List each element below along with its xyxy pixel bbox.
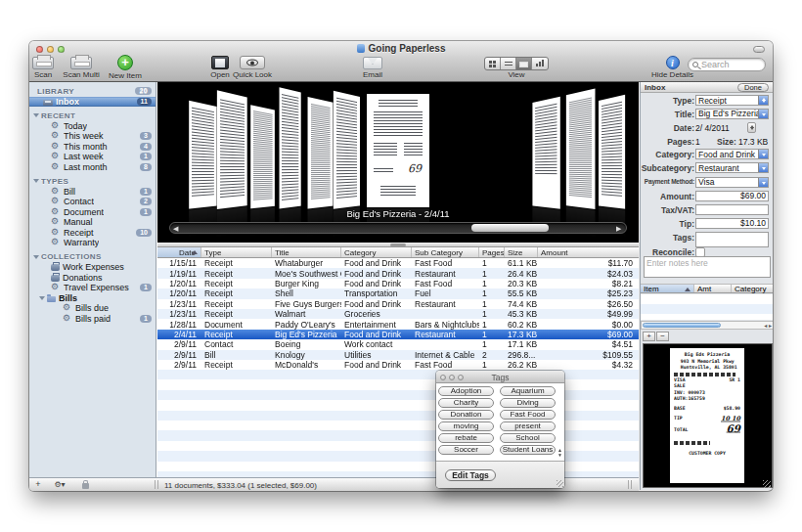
table-row[interactable]: 2/9/11 Receipt McDonald's Food and Drink…	[157, 360, 639, 370]
sidebar-item[interactable]: Bills	[29, 293, 156, 304]
table-row[interactable]: 1/20/11 Receipt Shell Transportation Fue…	[157, 288, 639, 298]
table-row[interactable]: 2/4/11 Receipt Big Ed's Pizzeria Food an…	[157, 330, 639, 339]
tag-pill[interactable]: rebate	[438, 433, 494, 443]
sidebar-item[interactable]: Warranty	[29, 238, 156, 248]
disclosure-triangle-icon[interactable]	[39, 296, 45, 300]
coverflow-scrollbar[interactable]: ◀ ▶	[169, 222, 627, 234]
scroll-left-icon[interactable]: ◀	[173, 225, 180, 232]
sidebar-item[interactable]: This week 3	[29, 131, 156, 142]
table-row[interactable]: 1/19/11 Receipt Moe's Southwest Grill Fo…	[157, 268, 639, 278]
tag-pill[interactable]: Adoption	[438, 386, 494, 396]
items-scroll-thumb[interactable]	[643, 323, 721, 328]
column-header-date[interactable]: Date	[157, 247, 201, 257]
disclosure-triangle-icon[interactable]	[33, 179, 39, 183]
amount-field[interactable]: $69.00	[695, 191, 769, 201]
view-grid-segment[interactable]	[485, 58, 501, 69]
notes-field[interactable]: Enter notes here	[644, 256, 771, 278]
lock-icon[interactable]	[82, 483, 89, 489]
add-button[interactable]: +	[31, 479, 45, 490]
column-header-category[interactable]: Category	[341, 247, 412, 257]
date-value[interactable]: 2/ 4/2011	[695, 123, 730, 133]
tag-pill[interactable]: present	[500, 421, 556, 431]
sidebar-item[interactable]: LIBRARY 20	[29, 86, 156, 97]
coverflow-item-selected[interactable]: 69	[367, 94, 429, 242]
action-gear-button[interactable]: ⚙▾	[53, 479, 67, 490]
coverflow-item[interactable]	[280, 87, 301, 243]
sidebar-item[interactable]: Manual	[29, 217, 156, 228]
sidebar-item[interactable]: COLLECTIONS	[29, 252, 156, 263]
date-stepper[interactable]	[747, 122, 756, 133]
coverflow-item[interactable]	[308, 97, 334, 243]
tag-pill[interactable]: moving	[438, 421, 494, 431]
sidebar-item[interactable]: Receipt 10	[29, 228, 156, 239]
coverflow-item[interactable]	[217, 90, 247, 243]
tag-pill[interactable]: Charity	[438, 398, 494, 408]
table-row[interactable]: 2/9/11 Bill Knology Utilities Internet &…	[157, 350, 639, 360]
tag-pill[interactable]: School	[500, 433, 556, 443]
tag-pill[interactable]: Aquarium	[500, 386, 556, 396]
tags-field[interactable]	[695, 232, 769, 247]
table-row[interactable]: 1/20/11 Receipt Burger King Food and Dri…	[157, 279, 639, 288]
scroll-arrows-icon[interactable]: ◂ ▸	[764, 322, 772, 330]
subcategory-combo[interactable]: Restaurant	[695, 162, 769, 173]
remove-item-button[interactable]: −	[656, 332, 669, 341]
sidebar-item[interactable]: Work Expenses	[29, 262, 156, 273]
sidebar-item[interactable]: Document 1	[29, 207, 156, 218]
new-item-button[interactable]: +New Item	[106, 55, 145, 80]
column-header-amount[interactable]: Amount	[538, 247, 639, 257]
add-item-button[interactable]: +	[643, 332, 655, 341]
scroll-right-icon[interactable]: ▶	[616, 225, 623, 232]
sidebar-item[interactable]: Today	[29, 121, 156, 132]
receipt-preview[interactable]: Big Eds Pizzeria 903 N Memorial Pkwy Hun…	[643, 343, 773, 488]
tip-field[interactable]: $10.10	[695, 218, 769, 229]
sidebar-item[interactable]: TYPES	[29, 176, 156, 187]
tag-pill[interactable]: Soccer	[438, 445, 494, 455]
items-column-category[interactable]: Category	[732, 285, 773, 292]
table-row[interactable]: 1/15/11 Receipt Whataburger Food and Dri…	[157, 258, 639, 268]
column-header-size[interactable]: Size	[505, 247, 538, 257]
view-coverflow-segment[interactable]	[516, 58, 532, 69]
sidebar-item[interactable]: Contact 2	[29, 197, 156, 207]
sidebar-item[interactable]: RECENT	[29, 111, 156, 121]
tag-pill[interactable]: Donation	[438, 410, 494, 420]
coverflow-item[interactable]	[334, 91, 360, 243]
column-header-type[interactable]: Type	[201, 247, 272, 257]
search-input[interactable]	[701, 60, 758, 69]
sidebar-item[interactable]: Last week 1	[29, 152, 156, 162]
toolbar-toggle-button[interactable]	[753, 46, 765, 53]
view-chart-segment[interactable]	[532, 58, 548, 69]
search-field[interactable]	[688, 58, 766, 71]
sidebar-item[interactable]: This month 4	[29, 142, 156, 153]
tag-pill[interactable]: Student Loans	[500, 445, 556, 455]
table-row[interactable]: 2/9/11 Contact Boeing Work contact 1 17.…	[157, 339, 639, 349]
coverflow-item[interactable]	[599, 95, 625, 243]
table-row[interactable]: 1/28/11 Document Paddy O'Leary's Enterta…	[157, 319, 639, 329]
column-header-title[interactable]: Title	[272, 247, 341, 257]
coverflow-view[interactable]: 69 Big Ed's Pizzeria - 2/4/11 ◀ ▶	[157, 82, 639, 243]
column-header-subcategory[interactable]: Sub Category	[412, 247, 479, 257]
pane-splitter-grip[interactable]	[628, 480, 633, 489]
tags-scroll-arrows-icon[interactable]: ▲▼	[557, 448, 563, 458]
column-header-pages[interactable]: Pages	[479, 247, 505, 257]
tags-window-titlebar[interactable]: Tags	[436, 371, 564, 383]
items-scrollbar[interactable]: ◂ ▸	[641, 321, 773, 330]
coverflow-item[interactable]	[532, 97, 559, 243]
items-column-item[interactable]: Item	[641, 285, 694, 292]
coverflow-item[interactable]	[566, 88, 596, 243]
sidebar-item[interactable]: Last month 8	[29, 162, 156, 173]
payment-combo[interactable]: Visa	[695, 177, 769, 188]
type-popup[interactable]: Receipt	[695, 95, 769, 106]
disclosure-triangle-icon[interactable]	[33, 255, 39, 259]
resize-grip-icon[interactable]	[763, 480, 771, 488]
scan-button[interactable]: Scan	[29, 55, 57, 79]
table-row[interactable]: 1/23/11 Receipt Five Guys Burgers... Foo…	[157, 299, 639, 309]
tag-pill[interactable]: Diving	[500, 398, 556, 408]
disclosure-triangle-icon[interactable]	[33, 113, 39, 117]
title-combo[interactable]: Big Ed's Pizzeria	[695, 109, 769, 119]
sidebar-item[interactable]: Bills paid 1	[29, 314, 156, 325]
tag-pill[interactable]: Fast Food	[500, 410, 556, 420]
sidebar-item[interactable]: Donations	[29, 273, 156, 284]
tax-field[interactable]	[695, 204, 769, 215]
quick-look-button[interactable]: Quick Look	[231, 55, 274, 79]
resize-grip-icon[interactable]	[557, 480, 563, 487]
